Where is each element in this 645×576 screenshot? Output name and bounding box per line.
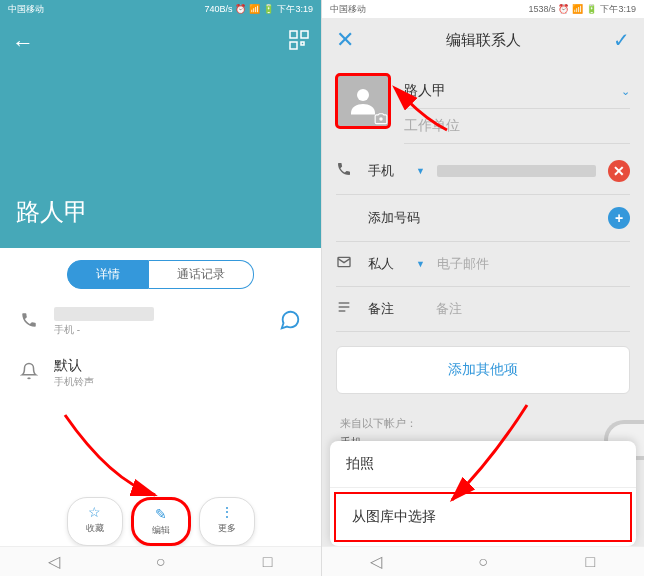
phone-icon — [20, 311, 40, 333]
phone-value-blurred[interactable] — [437, 165, 596, 177]
svg-rect-2 — [290, 42, 297, 49]
dropdown-icon: ▼ — [416, 259, 425, 269]
tabs: 详情 通话记录 — [0, 248, 321, 297]
clock: 下午3:19 — [600, 3, 636, 16]
notes-label: 备注 — [368, 300, 404, 318]
action-bar: ☆ 收藏 ✎ 编辑 ⋮ 更多 — [0, 497, 321, 546]
add-number-label: 添加号码 — [368, 209, 596, 227]
tab-call-log[interactable]: 通话记录 — [149, 260, 254, 289]
email-icon — [336, 254, 356, 274]
avatar[interactable] — [336, 74, 390, 128]
company-field[interactable]: 工作单位 — [404, 117, 630, 135]
gallery-option[interactable]: 从图库中选择 — [334, 492, 632, 542]
carrier-label: 中国移动 — [8, 3, 44, 16]
battery-icon: 🔋 — [263, 4, 274, 14]
phone-label: 手机 - — [54, 323, 265, 337]
edit-header: ✕ 编辑联系人 ✓ — [322, 18, 644, 62]
phone-icon — [336, 161, 356, 181]
tab-detail[interactable]: 详情 — [67, 260, 149, 289]
right-phone-screen: 中国移动 1538/s ⏰ 📶 🔋 下午3:19 ✕ 编辑联系人 ✓ 路人甲 ⌄… — [322, 0, 644, 576]
signal-icon: 📶 — [249, 4, 260, 14]
back-button[interactable]: ← — [12, 30, 34, 56]
contact-name: 路人甲 — [16, 196, 88, 228]
phone-number-blurred — [54, 307, 154, 321]
alarm-icon: ⏰ — [235, 4, 246, 14]
add-number-row[interactable]: 添加号码 + — [336, 195, 630, 242]
left-phone-screen: 中国移动 740B/s ⏰ 📶 🔋 下午3:19 ← 路人甲 详情 通话记录 — [0, 0, 322, 576]
expand-icon[interactable]: ⌄ — [621, 85, 630, 98]
photo-picker-sheet: 拍照 从图库中选择 — [330, 441, 636, 546]
add-other-button[interactable]: 添加其他项 — [336, 346, 630, 394]
qr-icon[interactable] — [289, 30, 309, 50]
system-nav: ◁ ○ □ — [322, 546, 644, 576]
form-section: 手机 ▼ ✕ 添加号码 + 私人 ▼ 电子邮件 备注 备注 — [322, 148, 644, 332]
carrier-label: 中国移动 — [330, 3, 366, 16]
camera-option[interactable]: 拍照 — [330, 441, 636, 488]
remove-button[interactable]: ✕ — [608, 160, 630, 182]
email-field[interactable]: 电子邮件 — [437, 255, 630, 273]
svg-rect-3 — [301, 42, 304, 45]
ringtone-sub: 手机铃声 — [54, 375, 301, 389]
name-field[interactable]: 路人甲 — [404, 82, 611, 100]
status-bar: 中国移动 1538/s ⏰ 📶 🔋 下午3:19 — [322, 0, 644, 18]
bell-icon — [20, 362, 40, 384]
dropdown-icon: ▼ — [416, 166, 425, 176]
phone-type-label[interactable]: 手机 — [368, 162, 404, 180]
notes-icon — [336, 299, 356, 319]
svg-rect-1 — [301, 31, 308, 38]
edit-button[interactable]: ✎ 编辑 — [131, 497, 191, 546]
svg-rect-0 — [290, 31, 297, 38]
ringtone-title: 默认 — [54, 357, 301, 375]
system-nav: ◁ ○ □ — [0, 546, 321, 576]
email-type-label[interactable]: 私人 — [368, 255, 404, 273]
favorite-button[interactable]: ☆ 收藏 — [67, 497, 123, 546]
signal-icon: 📶 — [572, 4, 583, 14]
battery-icon: 🔋 — [586, 4, 597, 14]
network-speed: 740B/s — [204, 4, 232, 14]
notes-field[interactable]: 备注 — [436, 300, 630, 318]
nav-back[interactable]: ◁ — [364, 554, 388, 570]
ringtone-row[interactable]: 默认 手机铃声 — [0, 347, 321, 399]
status-bar: 中国移动 740B/s ⏰ 📶 🔋 下午3:19 — [0, 0, 321, 18]
star-icon: ☆ — [88, 504, 101, 520]
email-row: 私人 ▼ 电子邮件 — [336, 242, 630, 287]
nav-back[interactable]: ◁ — [42, 554, 66, 570]
notes-row: 备注 备注 — [336, 287, 630, 332]
svg-point-5 — [357, 89, 369, 101]
network-speed: 1538/s — [528, 4, 555, 14]
message-icon[interactable] — [279, 309, 301, 336]
phone-row[interactable]: 手机 - — [0, 297, 321, 347]
pencil-icon: ✎ — [155, 506, 167, 522]
close-button[interactable]: ✕ — [336, 27, 354, 53]
dots-icon: ⋮ — [220, 504, 234, 520]
page-title: 编辑联系人 — [446, 31, 521, 50]
confirm-button[interactable]: ✓ — [613, 28, 630, 52]
contact-header: ← 路人甲 — [0, 18, 321, 248]
nav-recent[interactable]: □ — [578, 554, 602, 570]
avatar-section: 路人甲 ⌄ 工作单位 — [322, 62, 644, 148]
account-from-label: 来自以下帐户： — [340, 416, 626, 431]
nav-recent[interactable]: □ — [256, 554, 280, 570]
clock: 下午3:19 — [277, 3, 313, 16]
nav-home[interactable]: ○ — [149, 554, 173, 570]
phone-field-row: 手机 ▼ ✕ — [336, 148, 630, 195]
add-button[interactable]: + — [608, 207, 630, 229]
alarm-icon: ⏰ — [558, 4, 569, 14]
nav-home[interactable]: ○ — [471, 554, 495, 570]
more-button[interactable]: ⋮ 更多 — [199, 497, 255, 546]
